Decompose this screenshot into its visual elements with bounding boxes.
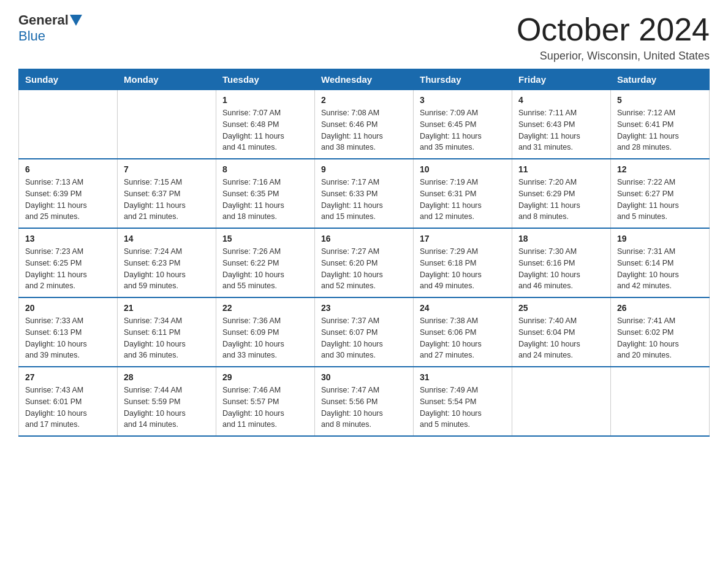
day-info: Sunrise: 7:13 AM Sunset: 6:39 PM Dayligh… (25, 177, 111, 223)
day-number: 13 (25, 234, 111, 243)
day-number: 8 (222, 164, 308, 174)
logo: General Blue (18, 12, 83, 44)
logo-general-text: General (18, 12, 69, 28)
day-number: 20 (25, 303, 111, 313)
day-info: Sunrise: 7:29 AM Sunset: 6:18 PM Dayligh… (420, 246, 506, 292)
day-number: 29 (222, 372, 308, 382)
calendar-cell: 30Sunrise: 7:47 AM Sunset: 5:56 PM Dayli… (315, 367, 414, 436)
day-header-monday: Monday (118, 69, 216, 90)
calendar-cell: 7Sunrise: 7:15 AM Sunset: 6:37 PM Daylig… (118, 159, 216, 228)
calendar-cell (512, 367, 611, 436)
calendar-cell: 9Sunrise: 7:17 AM Sunset: 6:33 PM Daylig… (315, 159, 414, 228)
day-number: 5 (617, 95, 703, 105)
day-info: Sunrise: 7:11 AM Sunset: 6:43 PM Dayligh… (518, 107, 604, 153)
day-info: Sunrise: 7:38 AM Sunset: 6:06 PM Dayligh… (420, 315, 506, 361)
calendar-cell: 15Sunrise: 7:26 AM Sunset: 6:22 PM Dayli… (216, 228, 315, 297)
calendar-cell: 16Sunrise: 7:27 AM Sunset: 6:20 PM Dayli… (315, 228, 414, 297)
day-header-thursday: Thursday (414, 69, 512, 90)
day-number: 18 (518, 234, 604, 243)
day-info: Sunrise: 7:49 AM Sunset: 5:54 PM Dayligh… (420, 385, 506, 431)
day-info: Sunrise: 7:37 AM Sunset: 6:07 PM Dayligh… (321, 315, 407, 361)
day-info: Sunrise: 7:24 AM Sunset: 6:23 PM Dayligh… (124, 246, 210, 292)
day-number: 23 (321, 303, 407, 313)
calendar-week-row: 27Sunrise: 7:43 AM Sunset: 6:01 PM Dayli… (19, 367, 710, 436)
day-number: 15 (222, 234, 308, 243)
title-block: October 2024 Superior, Wisconsin, United… (517, 12, 710, 63)
day-info: Sunrise: 7:30 AM Sunset: 6:16 PM Dayligh… (518, 246, 604, 292)
day-number: 24 (420, 303, 506, 313)
calendar-cell: 13Sunrise: 7:23 AM Sunset: 6:25 PM Dayli… (19, 228, 118, 297)
day-info: Sunrise: 7:07 AM Sunset: 6:48 PM Dayligh… (222, 107, 308, 153)
calendar-cell: 18Sunrise: 7:30 AM Sunset: 6:16 PM Dayli… (512, 228, 611, 297)
day-info: Sunrise: 7:27 AM Sunset: 6:20 PM Dayligh… (321, 246, 407, 292)
day-number: 12 (617, 164, 703, 174)
day-number: 4 (518, 95, 604, 105)
calendar-cell: 2Sunrise: 7:08 AM Sunset: 6:46 PM Daylig… (315, 90, 414, 159)
day-number: 3 (420, 95, 506, 105)
day-info: Sunrise: 7:22 AM Sunset: 6:27 PM Dayligh… (617, 177, 703, 223)
day-info: Sunrise: 7:12 AM Sunset: 6:41 PM Dayligh… (617, 107, 703, 153)
day-info: Sunrise: 7:19 AM Sunset: 6:31 PM Dayligh… (420, 177, 506, 223)
calendar-week-row: 6Sunrise: 7:13 AM Sunset: 6:39 PM Daylig… (19, 159, 710, 228)
day-number: 9 (321, 164, 407, 174)
calendar-cell: 14Sunrise: 7:24 AM Sunset: 6:23 PM Dayli… (118, 228, 216, 297)
day-info: Sunrise: 7:17 AM Sunset: 6:33 PM Dayligh… (321, 177, 407, 223)
day-number: 10 (420, 164, 506, 174)
day-info: Sunrise: 7:26 AM Sunset: 6:22 PM Dayligh… (222, 246, 308, 292)
day-info: Sunrise: 7:41 AM Sunset: 6:02 PM Dayligh… (617, 315, 703, 361)
day-info: Sunrise: 7:47 AM Sunset: 5:56 PM Dayligh… (321, 385, 407, 431)
calendar-cell: 3Sunrise: 7:09 AM Sunset: 6:45 PM Daylig… (414, 90, 512, 159)
calendar-cell: 1Sunrise: 7:07 AM Sunset: 6:48 PM Daylig… (216, 90, 315, 159)
day-number: 25 (518, 303, 604, 313)
page-title: October 2024 (517, 12, 710, 47)
calendar-cell: 28Sunrise: 7:44 AM Sunset: 5:59 PM Dayli… (118, 367, 216, 436)
day-header-saturday: Saturday (611, 69, 710, 90)
calendar-cell: 31Sunrise: 7:49 AM Sunset: 5:54 PM Dayli… (414, 367, 512, 436)
day-header-sunday: Sunday (19, 69, 118, 90)
calendar-cell: 27Sunrise: 7:43 AM Sunset: 6:01 PM Dayli… (19, 367, 118, 436)
page-subtitle: Superior, Wisconsin, United States (517, 50, 710, 63)
logo-blue-text: Blue (18, 28, 45, 44)
day-info: Sunrise: 7:33 AM Sunset: 6:13 PM Dayligh… (25, 315, 111, 361)
calendar-cell: 10Sunrise: 7:19 AM Sunset: 6:31 PM Dayli… (414, 159, 512, 228)
calendar-header-row: SundayMondayTuesdayWednesdayThursdayFrid… (19, 69, 710, 90)
calendar-cell: 26Sunrise: 7:41 AM Sunset: 6:02 PM Dayli… (611, 297, 710, 367)
calendar-week-row: 1Sunrise: 7:07 AM Sunset: 6:48 PM Daylig… (19, 90, 710, 159)
day-number: 14 (124, 234, 210, 243)
day-number: 28 (124, 372, 210, 382)
day-info: Sunrise: 7:16 AM Sunset: 6:35 PM Dayligh… (222, 177, 308, 223)
calendar-cell: 8Sunrise: 7:16 AM Sunset: 6:35 PM Daylig… (216, 159, 315, 228)
calendar-cell (19, 90, 118, 159)
day-number: 27 (25, 372, 111, 382)
day-info: Sunrise: 7:43 AM Sunset: 6:01 PM Dayligh… (25, 385, 111, 431)
day-number: 7 (124, 164, 210, 174)
day-number: 6 (25, 164, 111, 174)
day-number: 1 (222, 95, 308, 105)
day-number: 16 (321, 234, 407, 243)
calendar-cell: 22Sunrise: 7:36 AM Sunset: 6:09 PM Dayli… (216, 297, 315, 367)
calendar-cell: 29Sunrise: 7:46 AM Sunset: 5:57 PM Dayli… (216, 367, 315, 436)
day-number: 2 (321, 95, 407, 105)
calendar-cell: 17Sunrise: 7:29 AM Sunset: 6:18 PM Dayli… (414, 228, 512, 297)
day-header-wednesday: Wednesday (315, 69, 414, 90)
calendar-cell: 6Sunrise: 7:13 AM Sunset: 6:39 PM Daylig… (19, 159, 118, 228)
day-number: 21 (124, 303, 210, 313)
calendar-week-row: 20Sunrise: 7:33 AM Sunset: 6:13 PM Dayli… (19, 297, 710, 367)
calendar-cell: 5Sunrise: 7:12 AM Sunset: 6:41 PM Daylig… (611, 90, 710, 159)
calendar-cell: 19Sunrise: 7:31 AM Sunset: 6:14 PM Dayli… (611, 228, 710, 297)
day-number: 22 (222, 303, 308, 313)
day-number: 17 (420, 234, 506, 243)
day-number: 26 (617, 303, 703, 313)
day-info: Sunrise: 7:46 AM Sunset: 5:57 PM Dayligh… (222, 385, 308, 431)
logo-triangle-icon (70, 15, 82, 26)
calendar-cell: 4Sunrise: 7:11 AM Sunset: 6:43 PM Daylig… (512, 90, 611, 159)
calendar-cell: 12Sunrise: 7:22 AM Sunset: 6:27 PM Dayli… (611, 159, 710, 228)
day-number: 19 (617, 234, 703, 243)
day-number: 31 (420, 372, 506, 382)
day-info: Sunrise: 7:34 AM Sunset: 6:11 PM Dayligh… (124, 315, 210, 361)
calendar-cell: 11Sunrise: 7:20 AM Sunset: 6:29 PM Dayli… (512, 159, 611, 228)
calendar-cell: 21Sunrise: 7:34 AM Sunset: 6:11 PM Dayli… (118, 297, 216, 367)
day-header-tuesday: Tuesday (216, 69, 315, 90)
calendar-cell: 20Sunrise: 7:33 AM Sunset: 6:13 PM Dayli… (19, 297, 118, 367)
day-info: Sunrise: 7:31 AM Sunset: 6:14 PM Dayligh… (617, 246, 703, 292)
